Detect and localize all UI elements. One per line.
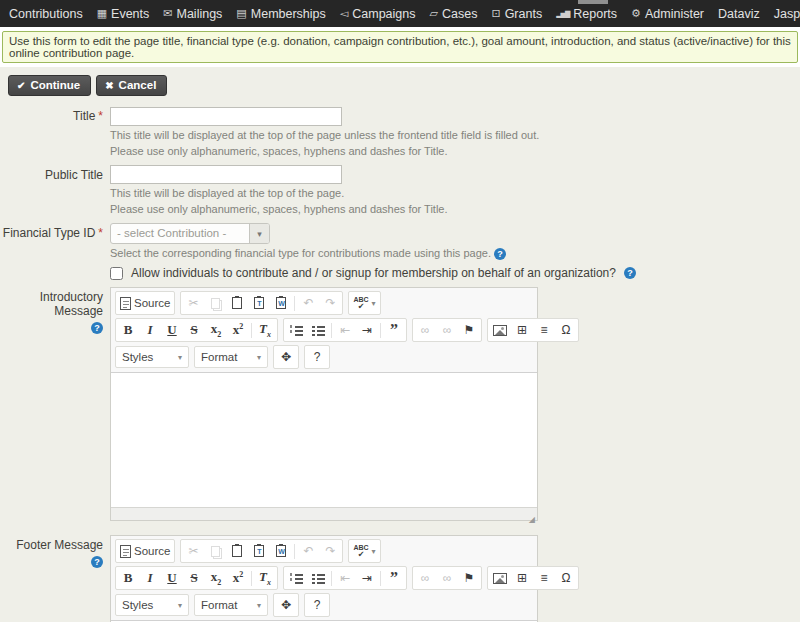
public-title-input[interactable] [110,165,342,184]
bulleted-list-button[interactable] [307,567,329,589]
indent-button[interactable]: ⇥ [356,319,378,341]
nav-item-mailings[interactable]: ✉Mailings [156,0,229,27]
nav-item-dataviz[interactable]: Dataviz [711,0,767,27]
source-button[interactable]: Source [117,540,173,562]
help-icon[interactable]: ? [91,322,103,334]
omega-icon: Ω [562,323,571,337]
nav-item-reports[interactable]: ▂▅▇Reports [549,0,624,27]
italic-button[interactable]: I [139,567,161,589]
redo-icon: ↷ [325,296,335,310]
ordered-list-button[interactable] [285,319,307,341]
remove-format-button[interactable]: Tx [254,567,276,589]
redo-button[interactable]: ↷ [319,292,341,314]
paste-text-button[interactable]: T [248,540,270,562]
help-icon[interactable]: ? [91,556,103,568]
help-icon[interactable]: ? [494,248,506,260]
nav-item-cases[interactable]: ▱Cases [423,0,485,27]
strikethrough-button[interactable]: S [183,567,205,589]
resize-handle-icon[interactable]: ◢ [529,515,535,524]
undo-button[interactable]: ↶ [297,292,319,314]
italic-button[interactable]: I [139,319,161,341]
cut-button[interactable]: ✂ [182,292,204,314]
special-char-button[interactable]: Ω [555,319,577,341]
redo-button[interactable]: ↷ [319,540,341,562]
cancel-button[interactable]: ✖ Cancel [96,75,167,96]
id-card-icon: ▤ [236,7,246,20]
link-button[interactable]: ∞ [414,567,436,589]
subscript-button[interactable]: x2 [205,319,227,341]
spellcheck-button[interactable]: ABC✔ ▾ [350,540,378,562]
nav-item-memberships[interactable]: ▤Memberships [229,0,332,27]
nav-item-contributions[interactable]: Contributions [2,0,90,27]
cut-button[interactable]: ✂ [182,540,204,562]
format-dropdown[interactable]: Format▾ [194,346,268,368]
intro-editor-content[interactable] [111,373,537,507]
strikethrough-button[interactable]: S [183,319,205,341]
cut-icon: ✂ [188,296,198,310]
paste-button[interactable] [226,540,248,562]
ordered-list-button[interactable] [285,567,307,589]
maximize-button[interactable]: ✥ [273,345,299,369]
paste-word-button[interactable]: W [270,540,292,562]
financial-type-help: Select the corresponding financial type … [110,246,800,260]
about-button[interactable]: ? [304,593,330,617]
anchor-button[interactable]: ⚑ [458,567,480,589]
image-button[interactable] [489,567,511,589]
unlink-button[interactable]: ∞ [436,567,458,589]
paste-word-icon: W [276,297,286,309]
nav-item-events[interactable]: ▦Events [90,0,157,27]
bold-button[interactable]: B [117,567,139,589]
about-button[interactable]: ? [304,345,330,369]
remove-format-button[interactable]: Tx [254,319,276,341]
superscript-button[interactable]: x2 [227,567,249,589]
horizontal-rule-button[interactable]: ≡ [533,567,555,589]
on-behalf-row: Allow individuals to contribute and / or… [110,266,800,280]
unlink-icon: ∞ [443,571,452,585]
superscript-button[interactable]: x2 [227,319,249,341]
bulleted-list-button[interactable] [307,319,329,341]
paste-text-button[interactable]: T [248,292,270,314]
chevron-down-icon[interactable]: ▾ [249,224,269,243]
outdent-button[interactable]: ⇤ [334,567,356,589]
anchor-button[interactable]: ⚑ [458,319,480,341]
table-icon: ⊞ [517,323,527,337]
indent-button[interactable]: ⇥ [356,567,378,589]
paste-button[interactable] [226,292,248,314]
spellcheck-button[interactable]: ABC✔ ▾ [350,292,378,314]
title-input[interactable] [110,107,342,126]
styles-dropdown[interactable]: Styles▾ [115,594,189,616]
underline-button[interactable]: U [161,319,183,341]
financial-type-select[interactable]: - select Contribution - ▾ [110,223,270,244]
nav-item-grants[interactable]: ⊡Grants [484,0,549,27]
nav-item-administer[interactable]: ⚙Administer [624,0,711,27]
nav-item-jasper[interactable]: Jasper [767,0,800,27]
bold-button[interactable]: B [117,319,139,341]
blockquote-button[interactable]: ” [383,567,405,589]
undo-button[interactable]: ↶ [297,540,319,562]
horizontal-rule-button[interactable]: ≡ [533,319,555,341]
source-button[interactable]: Source [117,292,173,314]
chevron-down-icon: ▾ [372,547,376,556]
continue-button[interactable]: ✔ Continue [8,75,91,96]
table-button[interactable]: ⊞ [511,319,533,341]
blockquote-button[interactable]: ” [383,319,405,341]
underline-button[interactable]: U [161,567,183,589]
table-button[interactable]: ⊞ [511,567,533,589]
maximize-button[interactable]: ✥ [273,593,299,617]
nav-label: Contributions [9,7,83,21]
paste-word-button[interactable]: W [270,292,292,314]
envelope-icon: ✉ [163,7,172,20]
subscript-button[interactable]: x2 [205,567,227,589]
on-behalf-checkbox[interactable] [110,267,123,280]
copy-button[interactable] [204,292,226,314]
nav-item-campaigns[interactable]: ◅Campaigns [333,0,423,27]
link-button[interactable]: ∞ [414,319,436,341]
styles-dropdown[interactable]: Styles▾ [115,346,189,368]
special-char-button[interactable]: Ω [555,567,577,589]
outdent-button[interactable]: ⇤ [334,319,356,341]
image-button[interactable] [489,319,511,341]
format-dropdown[interactable]: Format▾ [194,594,268,616]
unlink-button[interactable]: ∞ [436,319,458,341]
copy-button[interactable] [204,540,226,562]
help-icon[interactable]: ? [624,267,636,279]
